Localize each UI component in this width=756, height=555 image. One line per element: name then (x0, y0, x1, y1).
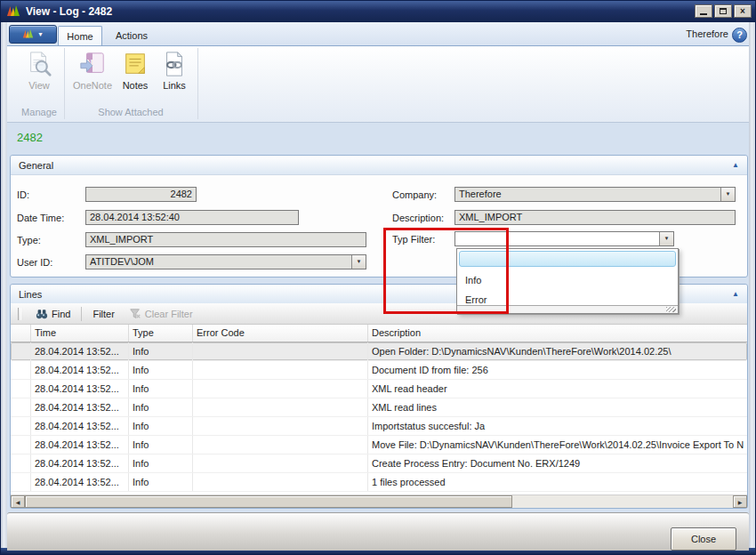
lines-section: Lines ▲ Find Filter (10, 284, 748, 509)
scrollbar-thumb[interactable] (25, 495, 512, 508)
tab-actions[interactable]: Actions (106, 26, 157, 45)
minimize-button[interactable] (695, 4, 712, 18)
table-row[interactable]: 28.04.2014 13:52... Info Importstatus su… (11, 417, 747, 436)
application-menu-button[interactable]: ▼ (9, 25, 57, 44)
general-section-header[interactable]: General ▲ (11, 156, 747, 175)
typ-filter-dropdown-button[interactable]: ▼ (659, 232, 673, 245)
close-button-label: Close (691, 534, 716, 544)
notes-button[interactable]: Notes (117, 50, 153, 101)
cell-error-code (193, 380, 368, 398)
cell-error-code (193, 473, 368, 491)
cell-error-code (193, 361, 368, 379)
binoculars-icon (36, 308, 48, 320)
titlebar: View - Log - 2482 × (1, 1, 755, 22)
window-frame-right (749, 22, 755, 548)
record-id-heading: 2482 (17, 131, 43, 144)
table-row[interactable]: 28.04.2014 13:52... Info Open Folder: D:… (11, 342, 747, 361)
scroll-left-icon: ◀ (16, 499, 20, 505)
links-icon (161, 51, 188, 77)
cell-type: Info (129, 436, 193, 454)
company-dropdown-button[interactable]: ▼ (720, 188, 735, 201)
typ-filter-field[interactable]: ▼ (454, 231, 674, 246)
cell-error-code (193, 398, 368, 416)
chevron-down-icon: ▼ (37, 31, 44, 37)
collapse-chevron-icon[interactable]: ▲ (732, 162, 739, 169)
user-id-label: User ID: (17, 257, 52, 268)
filter-button[interactable]: Filter (85, 307, 121, 321)
dropdown-option-info[interactable]: Info (457, 270, 678, 290)
find-button-label: Find (52, 309, 70, 319)
row-selector[interactable] (11, 417, 31, 435)
tab-actions-label: Actions (116, 30, 148, 41)
dropdown-option-blank[interactable] (459, 251, 676, 267)
date-time-field[interactable]: 28.04.2014 13:52:40 (85, 210, 299, 225)
row-selector[interactable] (11, 436, 31, 454)
id-field[interactable]: 2482 (85, 187, 197, 202)
tab-home[interactable]: Home (58, 26, 102, 45)
window-frame-left (1, 22, 7, 548)
cell-error-code (193, 436, 368, 454)
close-button[interactable]: Close (671, 527, 736, 551)
horizontal-scrollbar[interactable]: ◀ ▶ (11, 495, 747, 508)
filter-button-label: Filter (92, 309, 114, 319)
row-selector[interactable] (11, 473, 31, 491)
table-row[interactable]: 28.04.2014 13:52... Info XML read header (11, 380, 747, 398)
clear-filter-button[interactable]: Clear Filter (122, 306, 200, 322)
cell-type: Info (129, 361, 193, 379)
column-header-time[interactable]: Time (31, 325, 129, 342)
cell-time: 28.04.2014 13:52... (31, 473, 129, 491)
user-id-value: ATITDEV\JOM (90, 256, 154, 267)
cell-type: Info (129, 380, 193, 398)
ribbon-group-show-attached: Show Attached (66, 107, 196, 117)
cell-error-code (193, 417, 368, 435)
help-button[interactable]: ? (732, 28, 747, 43)
user-id-dropdown-button[interactable]: ▼ (351, 255, 366, 269)
cell-time: 28.04.2014 13:52... (31, 417, 129, 435)
cell-error-code (193, 454, 368, 472)
table-row[interactable]: 28.04.2014 13:52... Info Document ID fro… (11, 361, 747, 380)
table-row[interactable]: 28.04.2014 13:52... Info XML read lines (11, 398, 747, 417)
table-row[interactable]: 28.04.2014 13:52... Info Move File: D:\D… (11, 436, 747, 454)
row-selector[interactable] (11, 361, 31, 379)
table-body: 28.04.2014 13:52... Info Open Folder: D:… (11, 342, 747, 495)
onenote-button[interactable]: N OneNote (69, 50, 116, 101)
row-selector[interactable] (11, 398, 31, 416)
company-field[interactable]: Therefore ▼ (454, 187, 736, 202)
maximize-button[interactable] (714, 4, 732, 18)
description-field[interactable]: XML_IMPORT (454, 210, 736, 225)
onenote-button-label: OneNote (73, 80, 112, 91)
table-row[interactable]: 28.04.2014 13:52... Info 1 files process… (11, 473, 747, 492)
cell-description: 1 files processed (368, 473, 747, 491)
view-button[interactable]: View (18, 50, 60, 101)
id-label: ID: (17, 189, 29, 200)
collapse-chevron-icon[interactable]: ▲ (732, 291, 739, 298)
dropdown-resize-grip[interactable] (457, 305, 678, 313)
cell-time: 28.04.2014 13:52... (31, 342, 129, 360)
column-header-error-code[interactable]: Error Code (193, 325, 368, 342)
lines-section-title: Lines (19, 289, 42, 300)
minimize-icon (700, 13, 707, 15)
scroll-left-button[interactable]: ◀ (11, 495, 25, 508)
notes-button-label: Notes (123, 80, 149, 91)
row-selector[interactable] (11, 380, 31, 398)
column-header-description[interactable]: Description (368, 325, 747, 342)
close-window-button[interactable]: × (734, 4, 752, 18)
row-selector[interactable] (11, 342, 31, 360)
type-field[interactable]: XML_IMPORT (85, 232, 366, 247)
scroll-right-button[interactable]: ▶ (733, 495, 747, 508)
cell-type: Info (129, 473, 193, 491)
cell-description: Document ID from file: 256 (368, 361, 747, 379)
table-row[interactable]: 28.04.2014 13:52... Info Create Process … (11, 454, 747, 473)
row-selector[interactable] (11, 454, 31, 472)
links-button[interactable]: Links (155, 50, 194, 101)
notes-icon (122, 51, 149, 77)
dynamics-nav-logo-icon (22, 28, 34, 40)
ribbon-group-separator (64, 48, 65, 119)
column-header-type[interactable]: Type (129, 325, 193, 342)
user-id-field[interactable]: ATITDEV\JOM ▼ (85, 254, 366, 269)
cell-time: 28.04.2014 13:52... (31, 380, 129, 398)
column-header-selector[interactable] (11, 325, 31, 342)
find-button[interactable]: Find (28, 306, 77, 322)
ribbon-group-manage: Manage (14, 107, 64, 117)
cell-type: Info (129, 454, 193, 472)
